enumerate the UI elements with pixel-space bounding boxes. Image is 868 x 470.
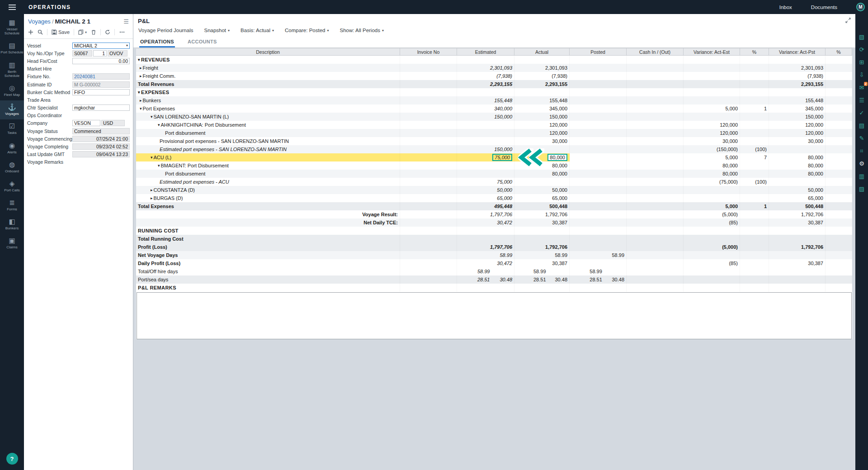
field-input-company-1[interactable]: USD — [101, 120, 125, 126]
sidebar-item-tasks[interactable]: ☑Tasks — [0, 119, 24, 138]
tab-accounts[interactable]: ACCOUNTS — [187, 36, 218, 47]
field-input-voy-no-opr-type-2[interactable]: OVOV — [108, 50, 127, 57]
table-row-port-expenses[interactable]: ▾Port Expenses340,000345,0005,0001345,00… — [136, 104, 852, 113]
table-row-bunkers[interactable]: ▸Bunkers155,448155,448155,448 — [136, 96, 852, 104]
sidebar-item-fleet-map[interactable]: ◎Fleet Map — [0, 81, 24, 100]
pnl-toolbar-snapshot[interactable]: Snapshot▾ — [204, 28, 230, 33]
sidebar-item-claims[interactable]: ▣Claims — [0, 234, 24, 253]
table-row-burgas-d[interactable]: ▸BURGAS (D)65,00065,00065,000 — [136, 194, 852, 202]
expander-collapse-icon[interactable]: ▾ — [158, 163, 160, 168]
report-icon[interactable]: ▤ — [857, 122, 866, 129]
download-icon[interactable]: ⇩ — [857, 71, 866, 79]
table-row-provisional-port-expenses-san-lorenzo-san-martin[interactable]: Provisional port expenses - SAN LORENZO-… — [136, 137, 852, 145]
field-input-voy-no-opr-type-1[interactable]: 1 — [93, 50, 107, 57]
table-row-net-daily-tce[interactable]: Net Daily TCE:30,47230,387(85)30,387 — [136, 218, 852, 227]
field-input-chtr-specialist[interactable]: mgkochar — [72, 104, 130, 111]
table-row-port-disbursement[interactable]: Port disbursement80,00080,00080,000 — [136, 170, 852, 178]
column-header-variance-act-pst-8[interactable]: Variance: Act-Pst — [769, 48, 826, 55]
sidebar-item-alerts[interactable]: ◉Alerts — [0, 139, 24, 158]
column-header--9[interactable]: % — [826, 48, 852, 55]
pnl-toolbar-show-all-periods[interactable]: Show: All Periods▾ — [340, 28, 384, 33]
search-icon[interactable] — [38, 29, 43, 35]
table-row-estimated-port-expenses-san-lorenzo-san-martin[interactable]: Estimated port expenses - SAN LORENZO-SA… — [136, 145, 852, 153]
user-avatar[interactable]: M — [856, 3, 865, 11]
column-header-variance-act-est-6[interactable]: Variance: Act-Est — [684, 48, 740, 55]
settings-icon[interactable]: ⚙ — [857, 160, 866, 167]
expander-expand-icon[interactable]: ▸ — [140, 98, 142, 103]
sidebar-item-voyages[interactable]: ⚓Voyages — [0, 100, 24, 119]
inbox-link[interactable]: Inbox — [779, 5, 792, 10]
more-icon[interactable] — [119, 29, 125, 35]
field-input-voyage-completing[interactable]: 09/23/24 02:52 — [72, 143, 130, 150]
tasks-check-icon[interactable]: ✓ — [857, 109, 866, 117]
analytics-icon[interactable]: ▧ — [857, 33, 866, 41]
copy-icon[interactable]: ▾ — [78, 29, 87, 35]
help-button[interactable]: ? — [6, 453, 18, 465]
column-header-cash-in-out-5[interactable]: Cash In / (Out) — [627, 48, 684, 55]
table-row-total-expenses[interactable]: Total Expenses495,448500,4485,0001500,44… — [136, 202, 852, 210]
sidebar-item-port-calls[interactable]: ◈Port Calls — [0, 177, 24, 196]
table-row-constantza-d[interactable]: ▸CONSTANTZA (D)50,00050,00050,000 — [136, 186, 852, 194]
field-input-last-update-gmt[interactable]: 09/04/24 13:23 — [72, 151, 130, 157]
expander-expand-icon[interactable]: ▸ — [140, 74, 142, 78]
column-header-invoice-no-1[interactable]: Invoice No — [400, 48, 457, 55]
column-header--7[interactable]: % — [740, 48, 769, 55]
column-header-posted-4[interactable]: Posted — [570, 48, 627, 55]
field-input-voy-no-opr-type-0[interactable]: S0067 — [72, 50, 92, 57]
table-row-bmagent-port-disbursement[interactable]: ▾BMAGENT: Port Disbursement80,00080,0008… — [136, 161, 852, 170]
columns-icon[interactable]: ▥ — [857, 172, 866, 180]
expander-collapse-icon[interactable]: ▾ — [151, 155, 153, 160]
field-input-fixture-no[interactable]: 20240081 — [72, 73, 130, 80]
table-row-p-l-remarks[interactable]: P&L REMARKS — [136, 284, 852, 292]
field-input-voyage-status[interactable]: Commenced — [72, 128, 130, 134]
menu-icon[interactable] — [0, 3, 24, 11]
table-row-estimated-port-expenses-acu[interactable]: Estimated port expenses - ACU75,000(75,0… — [136, 178, 852, 186]
panel-menu-icon[interactable]: ☰ — [123, 19, 129, 24]
table-row-profit-loss[interactable]: Profit (Loss)1,797,7061,792,706(5,000)1,… — [136, 243, 852, 251]
sidebar-item-bunkers[interactable]: ◧Bunkers — [0, 215, 24, 234]
table-row-daily-profit-loss[interactable]: Daily Profit (Loss)30,47230,387(85)30,38… — [136, 259, 852, 267]
table-row-total-revenues[interactable]: Total Revenues2,293,1552,293,1552,293,15… — [136, 80, 852, 88]
tab-operations[interactable]: OPERATIONS — [139, 36, 175, 47]
field-input-vessel[interactable]: MICHAIL 2▾ — [72, 43, 130, 49]
chart-bar-icon[interactable]: ▨ — [857, 185, 866, 193]
expander-expand-icon[interactable]: ▸ — [140, 66, 142, 70]
table-row-total-off-hire-days[interactable]: Total/Off hire days58.9958.9958.99 — [136, 267, 852, 275]
field-input-estimate-id[interactable]: M G-000002 — [72, 81, 130, 88]
sidebar-item-onboard[interactable]: ◍Onboard — [0, 158, 24, 177]
table-row-port-sea-days[interactable]: Port/sea days28.5130.4828.5130.4828.5130… — [136, 275, 852, 284]
table-row-total-running-cost[interactable]: Total Running Cost — [136, 235, 852, 243]
field-input-voyage-commencing[interactable]: 07/25/24 21:00 — [72, 136, 130, 142]
table-row-port-disbursement[interactable]: Port disbursement120,000120,000120,000 — [136, 129, 852, 137]
column-header-description-0[interactable]: Description — [136, 48, 400, 55]
notifications-icon[interactable]: ✉2 — [857, 84, 866, 91]
pnl-toolbar-voyage-period-journals[interactable]: Voyage Period Journals — [138, 28, 193, 33]
sidebar-item-berth-schedule[interactable]: ▥Berth Schedule — [0, 58, 24, 81]
sidebar-item-vessel-schedule[interactable]: ▦Vessel Schedule — [0, 16, 24, 39]
pnl-toolbar-basis-actual[interactable]: Basis: Actual▾ — [241, 28, 274, 33]
sidebar-item-forms[interactable]: ≣Forms — [0, 196, 24, 215]
refresh-icon[interactable] — [105, 29, 110, 35]
expand-icon[interactable] — [845, 18, 851, 24]
table-row-freight-comm[interactable]: ▸Freight Comm.(7,938)(7,938)(7,938) — [136, 72, 852, 80]
breadcrumb-voyages-link[interactable]: Voyages — [28, 18, 51, 25]
documents-link[interactable]: Documents — [811, 5, 837, 10]
expander-collapse-icon[interactable]: ▾ — [140, 106, 142, 111]
table-row-freight[interactable]: ▸Freight2,301,0932,301,0932,301,093 — [136, 64, 852, 72]
table-row-expenses[interactable]: ▾EXPENSES — [136, 88, 852, 96]
table-row-voyage-result[interactable]: Voyage Result:1,797,7061,792,706(5,000)1… — [136, 210, 852, 218]
expander-collapse-icon[interactable]: ▾ — [138, 57, 140, 62]
table-row-net-voyage-days[interactable]: Net Voyage Days58.9958.9958.99 — [136, 251, 852, 259]
expander-expand-icon[interactable]: ▸ — [151, 188, 153, 192]
expander-collapse-icon[interactable]: ▾ — [138, 90, 140, 95]
table-row-san-lorenzo-san-martin-l[interactable]: ▾SAN LORENZO-SAN MARTIN (L)150,000150,00… — [136, 113, 852, 121]
sidebar-item-port-schedule[interactable]: ▤Port Schedule — [0, 39, 24, 58]
list-icon[interactable]: ☰ — [857, 96, 866, 104]
pnl-remarks-input[interactable] — [137, 292, 852, 339]
table-row-running-cost[interactable]: RUNNING COST — [136, 227, 852, 235]
expander-collapse-icon[interactable]: ▾ — [158, 123, 160, 127]
refresh-icon[interactable]: ⟳ — [857, 46, 866, 53]
delete-icon[interactable] — [91, 29, 96, 35]
save-icon[interactable]: Save — [52, 29, 70, 35]
column-header-actual-3[interactable]: Actual — [514, 48, 570, 55]
